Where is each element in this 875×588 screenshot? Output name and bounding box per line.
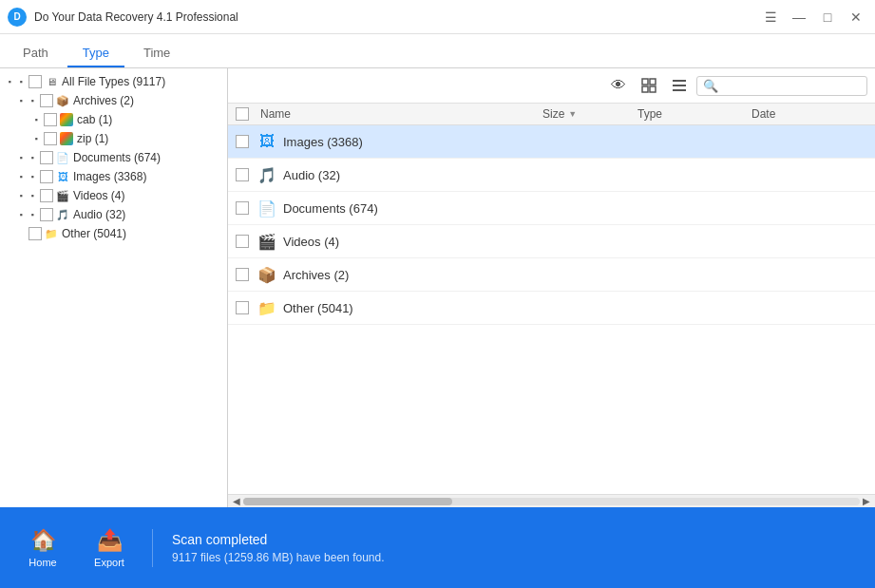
svg-rect-6 — [673, 89, 686, 91]
tree-checkbox-root[interactable] — [29, 75, 42, 88]
row-checkbox-audio[interactable] — [236, 168, 249, 181]
tree-checkbox-archives[interactable] — [40, 94, 53, 107]
scroll-left-arrow[interactable]: ◀ — [230, 495, 243, 508]
tree-toggle-images[interactable]: ▪ — [15, 171, 27, 182]
scroll-right-arrow[interactable]: ▶ — [860, 495, 873, 508]
header-size[interactable]: Size ▼ — [542, 107, 637, 121]
tree-toggle-videos[interactable]: ▪ — [15, 190, 27, 201]
file-row-other[interactable]: 📁 Other (5041) — [228, 292, 875, 325]
tree-audio[interactable]: ▪ ▪ 🎵 Audio (32) — [0, 205, 227, 224]
tree-other[interactable]: ▪ 📁 Other (5041) — [0, 224, 227, 243]
row-check-other[interactable] — [228, 301, 257, 314]
file-row-archives[interactable]: 📦 Archives (2) — [228, 258, 875, 292]
tree-label-other: Other (5041) — [62, 227, 126, 240]
header-type[interactable]: Type — [637, 107, 751, 121]
tree-toggle-root[interactable]: ▪ — [4, 76, 15, 87]
row-name-audio: Audio (32) — [283, 168, 542, 182]
row-checkbox-other[interactable] — [236, 301, 249, 314]
tree-toggle-archives2[interactable]: ▪ — [27, 95, 38, 106]
tree-checkbox-zip[interactable] — [44, 132, 57, 145]
header-check[interactable] — [228, 107, 257, 121]
row-check-videos[interactable] — [228, 235, 257, 248]
file-list-header: Name Size ▼ Type Date — [228, 104, 875, 125]
tree-toggle-images2[interactable]: ▪ — [27, 171, 38, 182]
tree-toggle-archives[interactable]: ▪ — [15, 95, 27, 106]
tree-root[interactable]: ▪ ▪ 🖥 All File Types (9117) — [0, 72, 227, 91]
tree-label-documents: Documents (674) — [73, 151, 161, 164]
tab-type[interactable]: Type — [67, 40, 124, 67]
horizontal-scrollbar[interactable]: ◀ ▶ — [228, 494, 875, 507]
tree-toggle-zip[interactable]: ▪ — [30, 133, 42, 144]
maximize-button[interactable]: □ — [816, 6, 839, 28]
search-box[interactable]: 🔍 — [696, 76, 867, 96]
tab-path[interactable]: Path — [8, 40, 64, 67]
tree-documents[interactable]: ▪ ▪ 📄 Documents (674) — [0, 148, 227, 167]
title-bar: D Do Your Data Recovery 4.1 Professional… — [0, 0, 875, 34]
row-check-archives[interactable] — [228, 268, 257, 281]
tab-time[interactable]: Time — [128, 40, 185, 67]
export-button[interactable]: 📤 Export — [86, 528, 133, 568]
file-row-images[interactable]: 🖼 Images (3368) — [228, 125, 875, 159]
tree-checkbox-audio[interactable] — [40, 208, 53, 221]
tree-images[interactable]: ▪ ▪ 🖼 Images (3368) — [0, 167, 227, 186]
close-button[interactable]: ✕ — [845, 6, 867, 28]
tree-checkbox-videos[interactable] — [40, 189, 53, 202]
tree-toggle-videos2[interactable]: ▪ — [27, 190, 38, 201]
row-check-images[interactable] — [228, 135, 257, 148]
row-name-archives: Archives (2) — [283, 268, 542, 282]
tree-checkbox-other[interactable] — [29, 227, 42, 240]
svg-rect-1 — [650, 79, 656, 85]
svg-rect-2 — [642, 86, 648, 92]
video-tree-icon: 🎬 — [55, 188, 70, 203]
tree-toggle-audio2[interactable]: ▪ — [27, 209, 38, 220]
tree-toggle-audio[interactable]: ▪ — [15, 209, 27, 220]
row-checkbox-documents[interactable] — [236, 201, 249, 215]
row-check-documents[interactable] — [228, 201, 257, 215]
row-icon-documents: 📄 — [257, 198, 277, 218]
search-input[interactable] — [722, 79, 861, 92]
tree-label-cab: cab (1) — [77, 113, 112, 126]
row-icon-other: 📁 — [257, 297, 277, 318]
tree-toggle-documents2[interactable]: ▪ — [27, 152, 38, 163]
file-list: Name Size ▼ Type Date 🖼 Images (3368) — [228, 104, 875, 494]
header-date[interactable]: Date — [751, 107, 875, 121]
view-list-button[interactable] — [666, 72, 693, 99]
row-checkbox-archives[interactable] — [236, 268, 249, 281]
tree-toggle-documents[interactable]: ▪ — [15, 152, 27, 163]
scrollbar-track[interactable] — [243, 498, 860, 505]
scrollbar-thumb[interactable] — [243, 498, 452, 505]
row-checkbox-videos[interactable] — [236, 235, 249, 248]
view-eye-button[interactable]: 👁 — [605, 72, 632, 99]
tree-cab[interactable]: ▪ cab (1) — [0, 110, 227, 129]
audio-tree-icon: 🎵 — [55, 207, 70, 222]
view-grid-button[interactable] — [636, 72, 662, 99]
other-tree-icon: 📁 — [44, 226, 59, 241]
row-check-audio[interactable] — [228, 168, 257, 181]
minimize-button[interactable]: — — [788, 6, 810, 28]
tree-videos[interactable]: ▪ ▪ 🎬 Videos (4) — [0, 186, 227, 205]
export-label: Export — [94, 557, 124, 568]
header-name[interactable]: Name — [257, 107, 542, 121]
tree-toggle-cab[interactable]: ▪ — [30, 114, 42, 125]
tree-checkbox-documents[interactable] — [40, 151, 53, 164]
tree-archives[interactable]: ▪ ▪ 📦 Archives (2) — [0, 91, 227, 110]
header-checkbox[interactable] — [236, 107, 249, 121]
home-icon: 🏠 — [30, 528, 56, 553]
title-bar-controls: ☰ — □ ✕ — [759, 6, 867, 28]
tree-zip[interactable]: ▪ zip (1) — [0, 129, 227, 148]
tree-toggle-root2[interactable]: ▪ — [15, 76, 27, 87]
file-row-audio[interactable]: 🎵 Audio (32) — [228, 159, 875, 192]
search-icon: 🔍 — [703, 79, 718, 93]
row-checkbox-images[interactable] — [236, 135, 249, 148]
left-panel: ▪ ▪ 🖥 All File Types (9117) ▪ ▪ 📦 Archiv… — [0, 68, 228, 507]
file-row-videos[interactable]: 🎬 Videos (4) — [228, 225, 875, 258]
toolbar: 👁 🔍 — [228, 68, 875, 104]
home-button[interactable]: 🏠 Home — [19, 528, 67, 568]
tree-checkbox-images[interactable] — [40, 170, 53, 183]
tab-bar: Path Type Time — [0, 34, 875, 68]
tree-label-images: Images (3368) — [73, 170, 146, 183]
tree-checkbox-cab[interactable] — [44, 113, 57, 126]
file-row-documents[interactable]: 📄 Documents (674) — [228, 192, 875, 225]
menu-button[interactable]: ☰ — [759, 6, 782, 28]
svg-rect-5 — [673, 85, 686, 86]
